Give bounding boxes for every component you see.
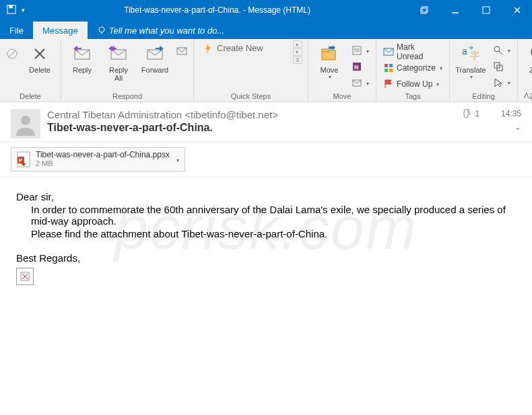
quicksteps-more-icon[interactable]: ⊻ xyxy=(293,56,302,64)
svg-rect-27 xyxy=(385,64,388,67)
svg-rect-28 xyxy=(389,64,393,67)
select-button[interactable] xyxy=(490,75,513,90)
reply-all-button[interactable]: Reply All xyxy=(102,40,135,85)
svg-point-33 xyxy=(494,46,500,52)
attachment-name: Tibet-was-never-a-part-of-China.ppsx xyxy=(36,151,170,159)
related-button[interactable] xyxy=(490,59,513,74)
group-label-respond: Respond xyxy=(65,92,189,102)
forward-button[interactable]: Forward xyxy=(138,40,172,77)
tell-me-search[interactable]: Tell me what you want to do... xyxy=(88,22,234,39)
quickstep-create-new[interactable]: Create New xyxy=(198,40,269,56)
group-label-tags: Tags xyxy=(380,92,445,102)
svg-rect-19 xyxy=(322,49,329,52)
svg-rect-5 xyxy=(483,7,490,13)
window-title: Tibet-was-never-a-part-of-China. - Messa… xyxy=(25,5,409,15)
attachment-icon xyxy=(463,109,471,118)
mark-unread-button[interactable]: Mark Unread xyxy=(380,44,445,59)
broken-image-icon xyxy=(16,268,34,285)
collapse-ribbon-icon[interactable]: ᐱ xyxy=(524,91,529,100)
attachment-count: 1 xyxy=(475,109,479,118)
reply-button[interactable]: Reply xyxy=(65,40,99,77)
subject: Tibet-was-never-a-part-of-China. xyxy=(47,122,456,134)
save-icon[interactable] xyxy=(7,5,16,16)
svg-line-11 xyxy=(9,50,15,57)
avatar xyxy=(11,109,40,139)
attachment-dropdown-icon[interactable] xyxy=(175,155,179,164)
window-minimize-button[interactable] xyxy=(440,0,470,20)
body-line-2: Please find the attachment about Tibet-w… xyxy=(16,228,516,239)
group-label-quicksteps: Quick Steps xyxy=(198,92,304,102)
window-maximize-button[interactable] xyxy=(471,0,501,20)
actions-button[interactable] xyxy=(349,75,372,90)
svg-text:N: N xyxy=(354,64,359,71)
rules-button[interactable] xyxy=(349,43,372,58)
svg-rect-30 xyxy=(389,69,393,72)
from-line: Central Tibetan Administration <tibetinf… xyxy=(47,109,456,120)
svg-rect-1 xyxy=(9,5,13,7)
svg-rect-3 xyxy=(422,7,428,12)
svg-point-8 xyxy=(99,27,104,32)
svg-text:字: 字 xyxy=(470,50,479,61)
svg-line-34 xyxy=(499,51,502,54)
svg-point-39 xyxy=(21,116,30,125)
body-greeting: Dear sir, xyxy=(16,191,516,202)
quicksteps-down-icon[interactable]: ▾ xyxy=(293,48,302,56)
svg-rect-2 xyxy=(421,8,426,13)
quicksteps-up-icon[interactable]: ▴ xyxy=(293,40,302,48)
from-name: Central Tibetan Administration xyxy=(47,109,182,120)
ppsx-file-icon: P xyxy=(17,151,30,167)
ignore-button[interactable] xyxy=(4,40,20,69)
body-signoff: Best Regards, xyxy=(16,252,516,264)
categorize-button[interactable]: Categorize xyxy=(380,61,445,75)
group-label-delete: Delete xyxy=(4,92,57,102)
find-button[interactable] xyxy=(490,43,513,58)
svg-text:a: a xyxy=(462,46,467,56)
svg-text:P: P xyxy=(19,157,23,163)
tab-file[interactable]: File xyxy=(0,22,33,39)
lightbulb-icon xyxy=(97,26,106,35)
translate-button[interactable]: a字 Translate xyxy=(454,40,488,83)
group-label-editing: Editing xyxy=(454,92,513,102)
svg-rect-29 xyxy=(385,69,388,72)
zoom-button[interactable]: Zoom xyxy=(522,40,532,77)
svg-rect-20 xyxy=(353,46,361,54)
from-email: <tibetinfo@tibet.net> xyxy=(185,109,278,120)
delete-button[interactable]: Delete xyxy=(23,40,57,77)
onenote-button[interactable]: N xyxy=(349,59,372,74)
follow-up-button[interactable]: Follow Up xyxy=(380,77,445,91)
body-line-1: In order to commemorate the 60th anniver… xyxy=(16,204,516,227)
chevron-down-icon[interactable]: ⌄ xyxy=(514,122,521,132)
message-body: Dear sir, In order to commemorate the 60… xyxy=(0,178,532,299)
more-respond-button[interactable] xyxy=(174,40,189,69)
window-close-button[interactable] xyxy=(502,0,532,20)
attachment-item[interactable]: P Tibet-was-never-a-part-of-China.ppsx 2… xyxy=(11,147,185,172)
tab-message[interactable]: Message xyxy=(33,22,88,39)
lightning-icon xyxy=(203,44,213,53)
window-restore-up-button[interactable] xyxy=(409,0,439,20)
move-button[interactable]: Move xyxy=(312,40,346,83)
attachment-size: 2 MB xyxy=(36,159,170,168)
group-label-move: Move xyxy=(312,92,372,102)
message-time: 14:35 xyxy=(501,109,521,118)
